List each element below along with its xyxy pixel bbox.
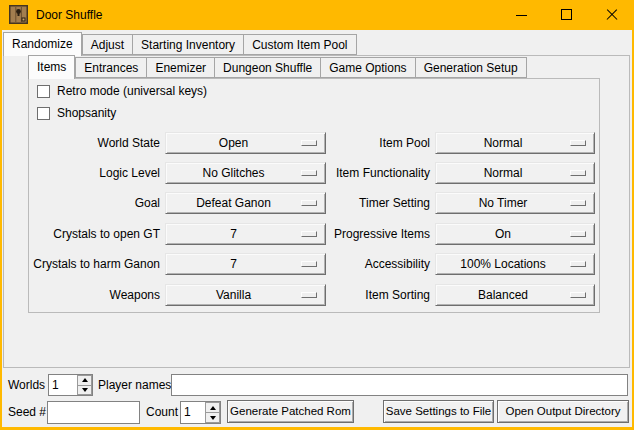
down-arrow-icon bbox=[82, 388, 88, 392]
dropdown-indicator-icon bbox=[301, 140, 317, 146]
world-state-label: World State bbox=[15, 132, 160, 154]
item-sorting-value: Balanced bbox=[436, 285, 570, 305]
tab-starting-inventory[interactable]: Starting Inventory bbox=[133, 34, 244, 55]
dropdown-indicator-icon bbox=[301, 200, 317, 206]
item-functionality-label: Item Functionality bbox=[320, 162, 430, 184]
retro-mode-checkbox[interactable]: Retro mode (universal keys) bbox=[37, 84, 207, 98]
item-pool-value: Normal bbox=[436, 133, 570, 153]
spin-down-button[interactable] bbox=[77, 386, 92, 396]
tab-randomize[interactable]: Randomize bbox=[3, 32, 82, 56]
option-row: World State Open Item Pool Normal bbox=[0, 132, 634, 154]
count-label: Count bbox=[146, 401, 178, 423]
dropdown-indicator-icon bbox=[570, 170, 586, 176]
tab-items[interactable]: Items bbox=[28, 55, 75, 79]
shopsanity-checkbox[interactable]: Shopsanity bbox=[37, 106, 116, 120]
crystals-harm-ganon-label: Crystals to harm Ganon bbox=[15, 253, 160, 275]
crystals-harm-ganon-dropdown[interactable]: 7 bbox=[165, 253, 326, 275]
window-title: Door Shuffle bbox=[36, 0, 103, 30]
retro-mode-label: Retro mode (universal keys) bbox=[57, 84, 207, 98]
checkbox-unchecked-icon[interactable] bbox=[37, 107, 50, 120]
dropdown-indicator-icon bbox=[570, 261, 586, 267]
maximize-icon bbox=[561, 9, 572, 20]
tab-custom-item-pool[interactable]: Custom Item Pool bbox=[244, 34, 356, 55]
player-names-label: Player names bbox=[98, 374, 171, 396]
goal-value: Defeat Ganon bbox=[166, 193, 301, 213]
crystals-open-gt-dropdown[interactable]: 7 bbox=[165, 223, 326, 245]
tab-generation-setup[interactable]: Generation Setup bbox=[416, 57, 527, 78]
minimize-button[interactable] bbox=[499, 0, 544, 30]
spin-down-button[interactable] bbox=[205, 413, 220, 423]
worlds-value: 1 bbox=[52, 375, 59, 395]
item-sorting-label: Item Sorting bbox=[320, 284, 430, 306]
spin-buttons bbox=[77, 375, 92, 395]
seed-label: Seed # bbox=[8, 401, 46, 423]
spin-buttons bbox=[205, 402, 220, 423]
item-functionality-dropdown[interactable]: Normal bbox=[435, 162, 595, 184]
option-row: Logic Level No Glitches Item Functionali… bbox=[0, 162, 634, 184]
tab-adjust[interactable]: Adjust bbox=[82, 34, 133, 55]
dropdown-indicator-icon bbox=[570, 292, 586, 298]
dropdown-indicator-icon bbox=[301, 170, 317, 176]
goal-label: Goal bbox=[15, 192, 160, 214]
dropdown-indicator-icon bbox=[570, 200, 586, 206]
worlds-spinbox[interactable]: 1 bbox=[48, 374, 93, 396]
progressive-items-label: Progressive Items bbox=[320, 223, 430, 245]
seed-input[interactable] bbox=[47, 401, 140, 424]
crystals-harm-ganon-value: 7 bbox=[166, 254, 301, 274]
progressive-items-value: On bbox=[436, 224, 570, 244]
accessibility-dropdown[interactable]: 100% Locations bbox=[435, 253, 595, 275]
logic-level-value: No Glitches bbox=[166, 163, 301, 183]
save-settings-button[interactable]: Save Settings to File bbox=[383, 400, 494, 423]
option-row: Crystals to harm Ganon 7 Accessibility 1… bbox=[0, 253, 634, 275]
accessibility-label: Accessibility bbox=[320, 253, 430, 275]
weapons-value: Vanilla bbox=[166, 285, 301, 305]
logic-level-label: Logic Level bbox=[15, 162, 160, 184]
player-names-input[interactable] bbox=[171, 374, 628, 396]
item-pool-dropdown[interactable]: Normal bbox=[435, 132, 595, 154]
worlds-label: Worlds bbox=[8, 374, 45, 396]
generate-patched-rom-button[interactable]: Generate Patched Rom bbox=[227, 400, 354, 423]
close-icon bbox=[606, 9, 617, 20]
spin-up-button[interactable] bbox=[205, 402, 220, 413]
count-spinbox[interactable]: 1 bbox=[180, 401, 221, 424]
sub-tab-bar: Items Entrances Enemizer Dungeon Shuffle… bbox=[28, 55, 527, 78]
open-output-directory-button[interactable]: Open Output Directory bbox=[497, 400, 629, 423]
timer-setting-label: Timer Setting bbox=[320, 192, 430, 214]
dropdown-indicator-icon bbox=[570, 231, 586, 237]
spin-up-button[interactable] bbox=[77, 375, 92, 386]
close-button[interactable] bbox=[589, 0, 634, 30]
logic-level-dropdown[interactable]: No Glitches bbox=[165, 162, 326, 184]
timer-setting-value: No Timer bbox=[436, 193, 570, 213]
weapons-dropdown[interactable]: Vanilla bbox=[165, 284, 326, 306]
main-tab-bar: Randomize Adjust Starting Inventory Cust… bbox=[3, 32, 357, 55]
maximize-button[interactable] bbox=[544, 0, 589, 30]
tab-game-options[interactable]: Game Options bbox=[321, 57, 415, 78]
dropdown-indicator-icon bbox=[570, 140, 586, 146]
progressive-items-dropdown[interactable]: On bbox=[435, 223, 595, 245]
tab-enemizer[interactable]: Enemizer bbox=[147, 57, 215, 78]
dropdown-indicator-icon bbox=[301, 292, 317, 298]
tab-dungeon-shuffle[interactable]: Dungeon Shuffle bbox=[215, 57, 321, 78]
item-sorting-dropdown[interactable]: Balanced bbox=[435, 284, 595, 306]
minimize-icon bbox=[516, 15, 527, 16]
title-bar: Door Shuffle bbox=[0, 0, 634, 30]
option-row: Crystals to open GT 7 Progressive Items … bbox=[0, 223, 634, 245]
item-functionality-value: Normal bbox=[436, 163, 570, 183]
count-value: 1 bbox=[184, 402, 191, 423]
up-arrow-icon bbox=[82, 378, 88, 382]
weapons-label: Weapons bbox=[15, 284, 160, 306]
crystals-open-gt-value: 7 bbox=[166, 224, 301, 244]
tab-entrances[interactable]: Entrances bbox=[75, 57, 147, 78]
goal-dropdown[interactable]: Defeat Ganon bbox=[165, 192, 326, 214]
item-pool-label: Item Pool bbox=[320, 132, 430, 154]
dropdown-indicator-icon bbox=[301, 261, 317, 267]
world-state-value: Open bbox=[166, 133, 301, 153]
world-state-dropdown[interactable]: Open bbox=[165, 132, 326, 154]
up-arrow-icon bbox=[210, 406, 216, 410]
checkbox-unchecked-icon[interactable] bbox=[37, 85, 50, 98]
option-row: Goal Defeat Ganon Timer Setting No Timer bbox=[0, 192, 634, 214]
timer-setting-dropdown[interactable]: No Timer bbox=[435, 192, 595, 214]
dropdown-indicator-icon bbox=[301, 231, 317, 237]
app-door-icon bbox=[9, 5, 28, 24]
door-shuffle-window: Door Shuffle Randomize Adjust Starting I… bbox=[0, 0, 634, 430]
